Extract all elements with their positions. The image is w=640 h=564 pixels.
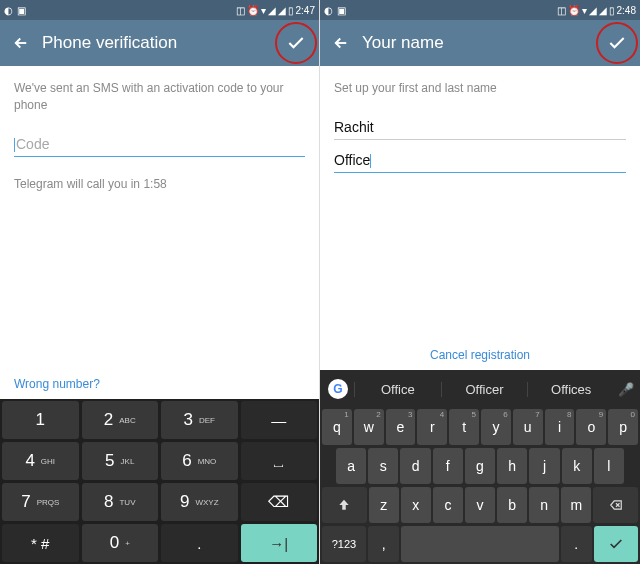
confirm-button[interactable] [602,28,632,58]
confirm-button[interactable] [281,28,311,58]
app-bar: Phone verification [0,20,319,66]
battery-icon: ▯ [609,5,615,16]
numeric-keypad: 1 2ABC 3DEF — 4GHI 5JKL 6MNO ⎵ 7PRQS 8TU… [0,399,319,564]
key-w[interactable]: w2 [354,409,384,445]
key-backspace[interactable]: ⌫ [241,483,318,521]
key-9[interactable]: 9WXYZ [161,483,238,521]
key-d[interactable]: d [400,448,430,484]
key-dash[interactable]: — [241,401,318,439]
appbar-title: Your name [362,33,444,53]
text-cursor [14,138,15,152]
status-time: 2:48 [617,5,636,16]
key-k[interactable]: k [562,448,592,484]
suggestion-bar: G Office Officer Offices 🎤 [322,372,638,406]
key-e[interactable]: e3 [386,409,416,445]
enter-icon: →| [269,535,288,552]
code-placeholder: Code [16,136,49,152]
key-5[interactable]: 5JKL [82,442,159,480]
enter-key[interactable] [594,526,638,562]
backspace-icon: ⌫ [268,493,289,511]
key-1[interactable]: 1 [2,401,79,439]
text-cursor [370,154,371,168]
image-icon: ▣ [17,5,27,15]
suggestion-1[interactable]: Office [354,382,441,397]
shift-key[interactable] [322,487,367,523]
key-6[interactable]: 6MNO [161,442,238,480]
screen-your-name: ◐ ▣ ◫ ⏰ ▾ ◢ ◢ ▯ 2:48 Your name Set up yo… [320,0,640,564]
key-4[interactable]: 4GHI [2,442,79,480]
cancel-registration-link[interactable]: Cancel registration [320,348,640,362]
content-area: Set up your first and last name Rachit O… [320,66,640,370]
battery-icon: ▯ [288,5,294,16]
key-c[interactable]: c [433,487,463,523]
image-icon: ▣ [337,5,347,15]
screen-phone-verification: ◐ ▣ ◫ ⏰ ▾ ◢ ◢ ▯ 2:47 Phone verification … [0,0,320,564]
mic-icon[interactable]: 🎤 [614,382,638,397]
key-i[interactable]: i8 [545,409,575,445]
first-name-input[interactable]: Rachit [334,115,626,140]
comma-key[interactable]: , [368,526,399,562]
key-7[interactable]: 7PRQS [2,483,79,521]
backspace-key[interactable] [593,487,638,523]
key-space[interactable]: ⎵ [241,442,318,480]
key-j[interactable]: j [529,448,559,484]
key-enter[interactable]: →| [241,524,318,562]
key-q[interactable]: q1 [322,409,352,445]
key-period[interactable]: . [161,524,238,562]
alarm-icon: ⏰ [247,5,259,16]
app-icon: ◐ [324,5,334,15]
key-f[interactable]: f [433,448,463,484]
key-p[interactable]: p0 [608,409,638,445]
app-icon: ◐ [4,5,14,15]
key-b[interactable]: b [497,487,527,523]
code-input-wrap[interactable]: Code [14,132,305,157]
key-v[interactable]: v [465,487,495,523]
key-x[interactable]: x [401,487,431,523]
status-time: 2:47 [296,5,315,16]
signal-icon: ◢ [599,5,607,16]
key-3[interactable]: 3DEF [161,401,238,439]
no-sim-icon: ◫ [557,5,566,16]
key-2[interactable]: 2ABC [82,401,159,439]
key-t[interactable]: t5 [449,409,479,445]
suggestion-2[interactable]: Officer [441,382,528,397]
key-s[interactable]: s [368,448,398,484]
key-r[interactable]: r4 [417,409,447,445]
suggestion-3[interactable]: Offices [527,382,614,397]
key-g[interactable]: g [465,448,495,484]
back-button[interactable] [326,28,356,58]
content-area: We've sent an SMS with an activation cod… [0,66,319,399]
key-n[interactable]: n [529,487,559,523]
last-name-input[interactable]: Office [334,148,626,173]
wifi-icon: ▾ [582,5,587,16]
status-bar: ◐ ▣ ◫ ⏰ ▾ ◢ ◢ ▯ 2:48 [320,0,640,20]
status-bar: ◐ ▣ ◫ ⏰ ▾ ◢ ◢ ▯ 2:47 [0,0,319,20]
key-symbols[interactable]: * # [2,524,79,562]
key-y[interactable]: y6 [481,409,511,445]
no-sim-icon: ◫ [236,5,245,16]
key-h[interactable]: h [497,448,527,484]
helper-text: Set up your first and last name [334,80,626,97]
wifi-icon: ▾ [261,5,266,16]
key-a[interactable]: a [336,448,366,484]
back-button[interactable] [6,28,36,58]
wrong-number-link[interactable]: Wrong number? [14,377,100,391]
symbols-key[interactable]: ?123 [322,526,366,562]
key-8[interactable]: 8TUV [82,483,159,521]
app-bar: Your name [320,20,640,66]
key-u[interactable]: u7 [513,409,543,445]
qwerty-keyboard: G Office Officer Offices 🎤 q1w2e3r4t5y6u… [320,370,640,564]
signal-icon: ◢ [278,5,286,16]
key-0[interactable]: 0+ [82,524,159,562]
appbar-title: Phone verification [42,33,177,53]
helper-text: We've sent an SMS with an activation cod… [14,80,305,114]
google-icon[interactable]: G [328,379,348,399]
alarm-icon: ⏰ [568,5,580,16]
key-m[interactable]: m [561,487,591,523]
key-o[interactable]: o9 [576,409,606,445]
period-key[interactable]: . [561,526,592,562]
space-key[interactable] [401,526,558,562]
key-z[interactable]: z [369,487,399,523]
key-l[interactable]: l [594,448,624,484]
signal-icon: ◢ [589,5,597,16]
